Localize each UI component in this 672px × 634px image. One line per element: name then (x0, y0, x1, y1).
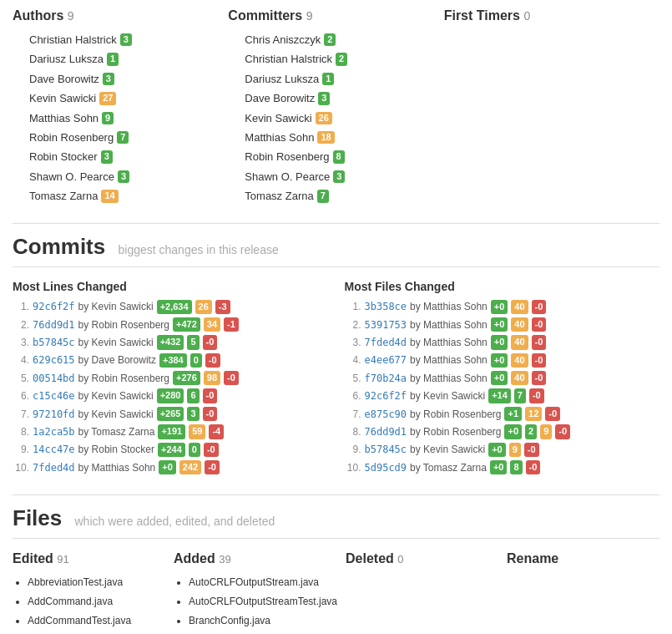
files-section: Files which were added, edited, and dele… (13, 505, 659, 634)
commit-hash[interactable]: 7fded4d (33, 462, 75, 474)
commit-row: 8. 76dd9d1 by Robin Rosenberg +029-0 (345, 424, 660, 439)
commit-row: 3. 7fded4d by Matthias Sohn +040-0 (345, 335, 660, 349)
commit-row: 1. 92c6f2f by Kevin Sawicki +2,63426-3 (13, 300, 328, 314)
stat-badge: 98 (204, 371, 220, 385)
stat-badge: 242 (179, 460, 201, 474)
author-name: Kevin Sawicki (29, 89, 96, 108)
stat-badge: 12 (525, 407, 542, 421)
committers-list: Chris Aniszczyk 2Christian Halstrick 2Da… (228, 30, 443, 206)
commit-num: 9. (345, 444, 361, 455)
commit-hash[interactable]: 3b358ce (365, 301, 407, 312)
commit-hash[interactable]: 00514bd (33, 373, 75, 384)
commit-hash[interactable]: c15c46e (33, 390, 75, 402)
author-name: Christian Halstrick (29, 30, 117, 49)
author-item: Tomasz Zarna 14 (29, 186, 228, 205)
committers-col: Committers 9 Chris Aniszczyk 2Christian … (228, 8, 443, 206)
committer-item: Dariusz Luksza 1 (245, 69, 443, 89)
most-lines-col: Most Lines Changed 1. 92c6f2f by Kevin S… (13, 280, 328, 479)
commit-row: 1. 3b358ce by Matthias Sohn +040-0 (345, 300, 660, 314)
author-name: Dariusz Luksza (29, 49, 104, 68)
commit-hash[interactable]: e875c90 (365, 408, 407, 420)
committer-badge: 8 (333, 150, 345, 163)
author-badge: 3 (101, 150, 113, 163)
committer-badge: 7 (317, 190, 329, 202)
commit-hash[interactable]: 1a2ca5b (33, 426, 75, 438)
commit-hash[interactable]: 5d95cd9 (365, 462, 407, 474)
edited-file: AddCommand.java (28, 592, 165, 611)
commit-num: 4. (13, 354, 29, 366)
commit-row: 4. e4ee677 by Matthias Sohn +040-0 (345, 353, 660, 368)
stat-badge: +191 (158, 424, 185, 439)
committer-badge: 26 (316, 112, 332, 124)
stat-badge: -0 (204, 443, 219, 457)
most-files-col: Most Files Changed 1. 3b358ce by Matthia… (345, 280, 660, 479)
commit-hash[interactable]: f70b24a (365, 373, 407, 384)
commit-num: 10. (345, 462, 361, 474)
edited-file: BaseRepositoryBuilder.java (28, 631, 165, 634)
author-name: Robin Rosenberg (29, 128, 114, 147)
stat-badge: 3 (187, 407, 199, 421)
added-file: BranchConfigTest.java (189, 631, 337, 634)
commit-row: 9. b57845c by Kevin Sawicki +09-0 (345, 443, 660, 457)
most-lines-title: Most Lines Changed (13, 280, 328, 293)
committer-badge: 2 (324, 33, 336, 46)
commit-hash[interactable]: b57845c (365, 444, 407, 455)
commit-hash[interactable]: 76dd9d1 (33, 319, 75, 331)
stat-badge: -0 (545, 407, 560, 421)
stat-badge: 9 (509, 443, 521, 457)
stat-badge: -1 (224, 317, 239, 332)
stat-badge: -0 (532, 353, 547, 368)
stat-badge: +0 (491, 317, 508, 332)
committer-name: Dariusz Luksza (245, 69, 319, 89)
stat-badge: +384 (159, 353, 187, 368)
commit-row: 10. 5d95cd9 by Tomasz Zarna +08-0 (345, 460, 660, 474)
stat-badge: 8 (510, 460, 522, 474)
author-badge: 3 (118, 170, 129, 183)
stat-badge: +0 (159, 460, 176, 474)
commit-hash[interactable]: 7fded4d (365, 337, 407, 348)
author-item: Dave Borowitz 3 (29, 69, 228, 89)
commit-hash[interactable]: 5391753 (365, 319, 407, 331)
commit-hash[interactable]: 97210fd (33, 408, 75, 420)
edited-col: Edited 91 AbbreviationTest.javaAddComman… (13, 551, 165, 634)
commit-hash[interactable]: 92c6f2f (33, 301, 75, 312)
commit-hash[interactable]: 629c615 (33, 354, 75, 366)
committer-item: Dave Borowitz 3 (245, 89, 443, 108)
edited-file: AddCommandTest.java (28, 611, 165, 631)
stat-badge: 40 (511, 300, 528, 314)
stat-badge: -0 (524, 443, 539, 457)
committer-badge: 3 (333, 170, 345, 183)
added-col: Added 39 AutoCRLFOutputStream.javaAutoCR… (174, 551, 337, 634)
most-files-list: 1. 3b358ce by Matthias Sohn +040-0 2. 53… (345, 300, 660, 475)
edited-list: AbbreviationTest.javaAddCommand.javaAddC… (13, 573, 165, 634)
commit-num: 5. (13, 373, 29, 384)
author-item: Shawn O. Pearce 3 (29, 167, 228, 186)
stat-badge: -3 (215, 300, 230, 314)
committers-title: Committers 9 (228, 8, 443, 23)
committer-badge: 3 (318, 92, 330, 104)
files-title: Files which were added, edited, and dele… (13, 505, 659, 539)
commit-by: by Kevin Sawicki (78, 408, 154, 420)
commit-num: 3. (345, 337, 361, 348)
commit-hash[interactable]: 76dd9d1 (365, 426, 407, 438)
stat-badge: -0 (526, 460, 541, 474)
author-item: Robin Stocker 3 (29, 147, 228, 166)
author-badge: 7 (117, 131, 129, 144)
commit-row: 2. 76dd9d1 by Robin Rosenberg +47234-1 (13, 317, 328, 332)
authors-title: Authors 9 (13, 8, 228, 23)
commit-hash[interactable]: e4ee677 (365, 354, 407, 366)
committer-badge: 2 (336, 53, 347, 65)
commit-hash[interactable]: 14cc47e (33, 444, 75, 455)
commit-hash[interactable]: 92c6f2f (365, 390, 407, 402)
most-lines-list: 1. 92c6f2f by Kevin Sawicki +2,63426-3 2… (13, 300, 328, 475)
commit-num: 2. (13, 319, 29, 331)
committer-item: Kevin Sawicki 26 (245, 109, 443, 128)
stat-badge: -0 (532, 300, 547, 314)
commit-num: 1. (13, 301, 29, 312)
commit-row: 9. 14cc47e by Robin Stocker +2440-0 (13, 443, 328, 457)
committer-name: Robin Rosenberg (245, 147, 329, 166)
renamed-col: Rename (507, 551, 659, 634)
stat-badge: +0 (490, 460, 508, 474)
first-timers-title: First Timers 0 (444, 8, 659, 23)
commit-hash[interactable]: b57845c (33, 337, 75, 348)
